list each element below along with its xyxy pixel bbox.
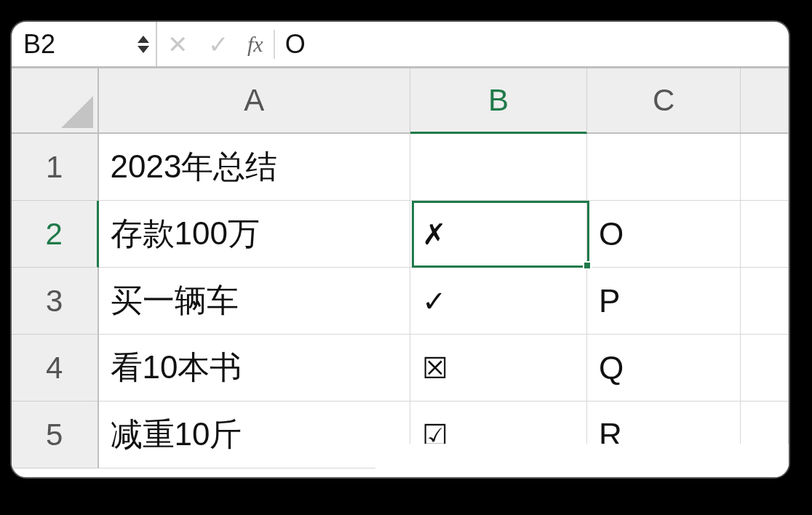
- formula-input[interactable]: [276, 29, 787, 60]
- cell-C3[interactable]: P: [587, 268, 741, 335]
- chevron-down-icon: [137, 45, 150, 54]
- svg-marker-1: [138, 46, 149, 53]
- column-header-B[interactable]: B: [410, 68, 587, 134]
- chevron-up-icon: [137, 35, 150, 44]
- x-icon: ✕: [167, 30, 188, 59]
- row-header-4[interactable]: 4: [12, 335, 99, 402]
- column-header-A[interactable]: A: [99, 68, 410, 134]
- formula-bar: ✕ ✓ fx: [12, 22, 789, 68]
- cell-C1[interactable]: [587, 134, 741, 201]
- cell-A5[interactable]: 减重10斤: [99, 402, 410, 468]
- row-header-2[interactable]: 2: [12, 201, 99, 268]
- cell-D2[interactable]: [741, 201, 789, 268]
- cell-D3[interactable]: [741, 268, 789, 335]
- name-box-input[interactable]: [23, 29, 132, 60]
- cell-A1[interactable]: 2023年总结: [99, 134, 410, 201]
- cell-A3[interactable]: 买一辆车: [99, 268, 410, 335]
- column-header-C[interactable]: C: [587, 68, 741, 134]
- confirm-edit-button[interactable]: ✓: [198, 30, 239, 59]
- spreadsheet-window: ✕ ✓ fx A B C 1 2023年总结 2 存款100万: [10, 20, 790, 479]
- row-header-3[interactable]: 3: [12, 268, 99, 335]
- row-2: 2 存款100万 ✗ O: [12, 201, 789, 268]
- row-3: 3 买一辆车 ✓ P: [12, 268, 789, 335]
- cell-C4[interactable]: Q: [587, 335, 741, 402]
- cell-B1[interactable]: [410, 134, 587, 201]
- check-icon: ✓: [208, 30, 228, 59]
- select-all-corner[interactable]: [12, 68, 99, 134]
- svg-marker-0: [138, 36, 149, 43]
- cell-D1[interactable]: [741, 134, 789, 201]
- row-1: 1 2023年总结: [12, 134, 789, 201]
- namebox-stepper[interactable]: [137, 35, 150, 54]
- column-header-extra[interactable]: [741, 68, 789, 134]
- cell-C2[interactable]: O: [587, 201, 741, 268]
- row-4: 4 看10本书 ☒ Q: [12, 335, 789, 402]
- cell-A2[interactable]: 存款100万: [99, 201, 410, 268]
- cell-D4[interactable]: [741, 335, 789, 402]
- row-header-1[interactable]: 1: [12, 134, 99, 201]
- separator: [274, 30, 275, 59]
- fx-label[interactable]: fx: [239, 32, 272, 57]
- cell-B2[interactable]: ✗: [410, 201, 587, 268]
- cell-A4[interactable]: 看10本书: [99, 335, 410, 402]
- cancel-edit-button[interactable]: ✕: [157, 30, 198, 59]
- sheet-grid: A B C 1 2023年总结 2 存款100万 ✗ O 3 买一辆车 ✓ P: [12, 68, 789, 468]
- cell-B4[interactable]: ☒: [410, 335, 587, 402]
- cell-B3[interactable]: ✓: [410, 268, 587, 335]
- namebox-container: [13, 22, 157, 66]
- row-header-5[interactable]: 5: [12, 402, 99, 468]
- column-header-row: A B C: [12, 68, 789, 134]
- bottom-fade: [375, 444, 789, 477]
